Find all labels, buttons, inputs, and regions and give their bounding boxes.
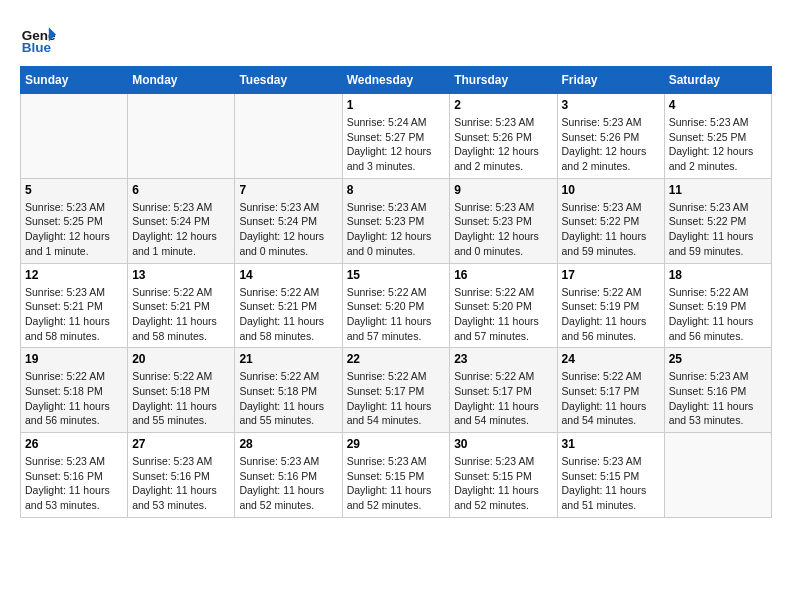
calendar-cell: 9Sunrise: 5:23 AM Sunset: 5:23 PM Daylig… [450, 178, 557, 263]
day-number: 24 [562, 352, 660, 366]
calendar-cell: 5Sunrise: 5:23 AM Sunset: 5:25 PM Daylig… [21, 178, 128, 263]
calendar-cell: 10Sunrise: 5:23 AM Sunset: 5:22 PM Dayli… [557, 178, 664, 263]
day-info: Sunrise: 5:23 AM Sunset: 5:26 PM Dayligh… [454, 115, 552, 174]
day-info: Sunrise: 5:23 AM Sunset: 5:15 PM Dayligh… [347, 454, 446, 513]
day-number: 28 [239, 437, 337, 451]
day-number: 6 [132, 183, 230, 197]
day-info: Sunrise: 5:23 AM Sunset: 5:24 PM Dayligh… [239, 200, 337, 259]
day-info: Sunrise: 5:22 AM Sunset: 5:18 PM Dayligh… [239, 369, 337, 428]
day-number: 25 [669, 352, 767, 366]
day-info: Sunrise: 5:23 AM Sunset: 5:15 PM Dayligh… [454, 454, 552, 513]
calendar-cell: 18Sunrise: 5:22 AM Sunset: 5:19 PM Dayli… [664, 263, 771, 348]
calendar-week-row: 12Sunrise: 5:23 AM Sunset: 5:21 PM Dayli… [21, 263, 772, 348]
day-info: Sunrise: 5:22 AM Sunset: 5:20 PM Dayligh… [347, 285, 446, 344]
day-info: Sunrise: 5:23 AM Sunset: 5:16 PM Dayligh… [132, 454, 230, 513]
day-number: 23 [454, 352, 552, 366]
day-number: 21 [239, 352, 337, 366]
calendar-cell: 13Sunrise: 5:22 AM Sunset: 5:21 PM Dayli… [128, 263, 235, 348]
page-header: General Blue [20, 20, 772, 56]
day-number: 16 [454, 268, 552, 282]
day-number: 15 [347, 268, 446, 282]
logo-icon: General Blue [20, 20, 56, 56]
day-info: Sunrise: 5:23 AM Sunset: 5:16 PM Dayligh… [669, 369, 767, 428]
calendar-cell: 3Sunrise: 5:23 AM Sunset: 5:26 PM Daylig… [557, 94, 664, 179]
calendar-cell: 1Sunrise: 5:24 AM Sunset: 5:27 PM Daylig… [342, 94, 450, 179]
calendar-cell: 28Sunrise: 5:23 AM Sunset: 5:16 PM Dayli… [235, 433, 342, 518]
calendar-cell: 11Sunrise: 5:23 AM Sunset: 5:22 PM Dayli… [664, 178, 771, 263]
weekday-header-sunday: Sunday [21, 67, 128, 94]
calendar-cell: 4Sunrise: 5:23 AM Sunset: 5:25 PM Daylig… [664, 94, 771, 179]
calendar-week-row: 1Sunrise: 5:24 AM Sunset: 5:27 PM Daylig… [21, 94, 772, 179]
day-info: Sunrise: 5:23 AM Sunset: 5:16 PM Dayligh… [239, 454, 337, 513]
day-number: 26 [25, 437, 123, 451]
day-info: Sunrise: 5:22 AM Sunset: 5:17 PM Dayligh… [562, 369, 660, 428]
logo: General Blue [20, 20, 56, 56]
day-info: Sunrise: 5:22 AM Sunset: 5:17 PM Dayligh… [347, 369, 446, 428]
day-info: Sunrise: 5:23 AM Sunset: 5:16 PM Dayligh… [25, 454, 123, 513]
day-number: 29 [347, 437, 446, 451]
calendar-cell: 19Sunrise: 5:22 AM Sunset: 5:18 PM Dayli… [21, 348, 128, 433]
day-info: Sunrise: 5:23 AM Sunset: 5:24 PM Dayligh… [132, 200, 230, 259]
calendar-cell: 16Sunrise: 5:22 AM Sunset: 5:20 PM Dayli… [450, 263, 557, 348]
day-number: 12 [25, 268, 123, 282]
calendar-week-row: 26Sunrise: 5:23 AM Sunset: 5:16 PM Dayli… [21, 433, 772, 518]
calendar-cell: 21Sunrise: 5:22 AM Sunset: 5:18 PM Dayli… [235, 348, 342, 433]
day-number: 27 [132, 437, 230, 451]
day-info: Sunrise: 5:22 AM Sunset: 5:21 PM Dayligh… [239, 285, 337, 344]
calendar-week-row: 5Sunrise: 5:23 AM Sunset: 5:25 PM Daylig… [21, 178, 772, 263]
weekday-header-thursday: Thursday [450, 67, 557, 94]
calendar-cell: 27Sunrise: 5:23 AM Sunset: 5:16 PM Dayli… [128, 433, 235, 518]
day-info: Sunrise: 5:23 AM Sunset: 5:23 PM Dayligh… [454, 200, 552, 259]
day-info: Sunrise: 5:23 AM Sunset: 5:25 PM Dayligh… [669, 115, 767, 174]
calendar-cell: 17Sunrise: 5:22 AM Sunset: 5:19 PM Dayli… [557, 263, 664, 348]
day-info: Sunrise: 5:23 AM Sunset: 5:25 PM Dayligh… [25, 200, 123, 259]
day-number: 30 [454, 437, 552, 451]
calendar-cell: 29Sunrise: 5:23 AM Sunset: 5:15 PM Dayli… [342, 433, 450, 518]
day-info: Sunrise: 5:24 AM Sunset: 5:27 PM Dayligh… [347, 115, 446, 174]
calendar-cell: 30Sunrise: 5:23 AM Sunset: 5:15 PM Dayli… [450, 433, 557, 518]
day-number: 9 [454, 183, 552, 197]
weekday-header-row: SundayMondayTuesdayWednesdayThursdayFrid… [21, 67, 772, 94]
calendar-week-row: 19Sunrise: 5:22 AM Sunset: 5:18 PM Dayli… [21, 348, 772, 433]
calendar-cell [128, 94, 235, 179]
svg-text:Blue: Blue [22, 40, 52, 55]
calendar-cell: 7Sunrise: 5:23 AM Sunset: 5:24 PM Daylig… [235, 178, 342, 263]
day-number: 1 [347, 98, 446, 112]
day-number: 13 [132, 268, 230, 282]
day-number: 20 [132, 352, 230, 366]
weekday-header-saturday: Saturday [664, 67, 771, 94]
calendar-cell: 24Sunrise: 5:22 AM Sunset: 5:17 PM Dayli… [557, 348, 664, 433]
day-number: 11 [669, 183, 767, 197]
day-info: Sunrise: 5:23 AM Sunset: 5:26 PM Dayligh… [562, 115, 660, 174]
calendar-cell: 12Sunrise: 5:23 AM Sunset: 5:21 PM Dayli… [21, 263, 128, 348]
calendar-cell [664, 433, 771, 518]
day-info: Sunrise: 5:23 AM Sunset: 5:22 PM Dayligh… [562, 200, 660, 259]
weekday-header-wednesday: Wednesday [342, 67, 450, 94]
day-number: 14 [239, 268, 337, 282]
calendar-table: SundayMondayTuesdayWednesdayThursdayFrid… [20, 66, 772, 518]
day-number: 31 [562, 437, 660, 451]
day-number: 8 [347, 183, 446, 197]
day-info: Sunrise: 5:22 AM Sunset: 5:18 PM Dayligh… [25, 369, 123, 428]
day-info: Sunrise: 5:22 AM Sunset: 5:18 PM Dayligh… [132, 369, 230, 428]
day-number: 4 [669, 98, 767, 112]
calendar-cell: 14Sunrise: 5:22 AM Sunset: 5:21 PM Dayli… [235, 263, 342, 348]
day-number: 2 [454, 98, 552, 112]
day-info: Sunrise: 5:23 AM Sunset: 5:22 PM Dayligh… [669, 200, 767, 259]
calendar-cell: 31Sunrise: 5:23 AM Sunset: 5:15 PM Dayli… [557, 433, 664, 518]
calendar-cell: 6Sunrise: 5:23 AM Sunset: 5:24 PM Daylig… [128, 178, 235, 263]
day-info: Sunrise: 5:22 AM Sunset: 5:20 PM Dayligh… [454, 285, 552, 344]
day-number: 3 [562, 98, 660, 112]
calendar-cell: 2Sunrise: 5:23 AM Sunset: 5:26 PM Daylig… [450, 94, 557, 179]
calendar-cell: 22Sunrise: 5:22 AM Sunset: 5:17 PM Dayli… [342, 348, 450, 433]
calendar-cell: 26Sunrise: 5:23 AM Sunset: 5:16 PM Dayli… [21, 433, 128, 518]
day-info: Sunrise: 5:22 AM Sunset: 5:21 PM Dayligh… [132, 285, 230, 344]
day-number: 22 [347, 352, 446, 366]
calendar-cell: 25Sunrise: 5:23 AM Sunset: 5:16 PM Dayli… [664, 348, 771, 433]
day-info: Sunrise: 5:23 AM Sunset: 5:15 PM Dayligh… [562, 454, 660, 513]
day-info: Sunrise: 5:23 AM Sunset: 5:23 PM Dayligh… [347, 200, 446, 259]
weekday-header-monday: Monday [128, 67, 235, 94]
calendar-cell: 23Sunrise: 5:22 AM Sunset: 5:17 PM Dayli… [450, 348, 557, 433]
day-info: Sunrise: 5:22 AM Sunset: 5:19 PM Dayligh… [562, 285, 660, 344]
day-info: Sunrise: 5:23 AM Sunset: 5:21 PM Dayligh… [25, 285, 123, 344]
